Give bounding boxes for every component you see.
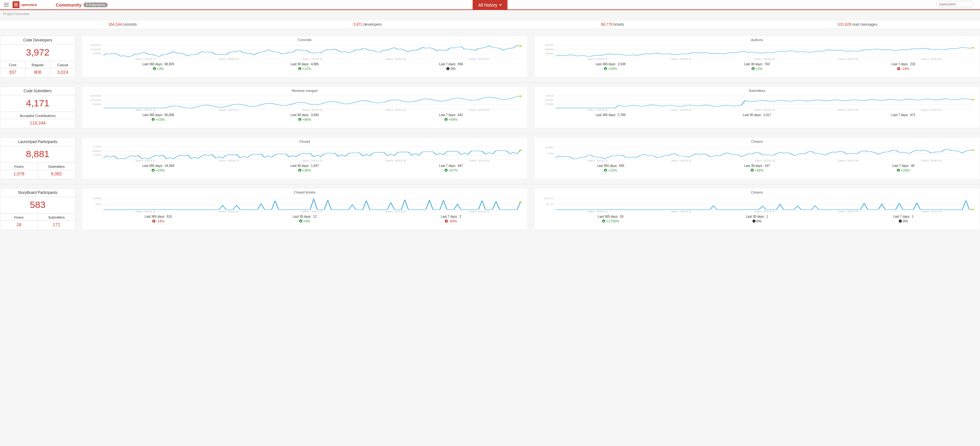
metric-value: 2,789 bbox=[618, 113, 625, 117]
svg-text:500: 500 bbox=[92, 52, 101, 55]
summary-label: tickets bbox=[613, 22, 624, 27]
stat-subcell[interactable]: Submitters172 bbox=[38, 214, 75, 230]
arrow-up-icon: ▲ bbox=[152, 169, 155, 172]
stat-title[interactable]: Code Developers bbox=[0, 36, 75, 44]
chart-metrics-row: Last 365 days: 14,304▲+29%Last 30 days: … bbox=[85, 162, 524, 172]
chart-metric: Last 7 days: 232▼-18% bbox=[830, 62, 977, 71]
history-filter-dropdown[interactable]: All history bbox=[473, 0, 508, 10]
summary-item[interactable]: 68,779tickets bbox=[490, 21, 735, 29]
chart-title: Authors bbox=[538, 38, 977, 42]
stat-card: Launchpad Participants8,881Fixers1,078Su… bbox=[0, 137, 75, 179]
chart-card: Closed tickets50100Jan 2011Jan 2012Jan 2… bbox=[82, 188, 528, 230]
stat-title[interactable]: StoryBoard Participants bbox=[0, 189, 75, 197]
svg-text:Jan 2012: Jan 2012 bbox=[670, 58, 691, 60]
arrow-down-icon: ▼ bbox=[445, 219, 448, 223]
chart-metric: Last 365 days: 68,929▲+3% bbox=[85, 62, 231, 71]
stat-subcell[interactable]: Submitters6,082 bbox=[38, 163, 75, 179]
svg-text:Jan 2013: Jan 2013 bbox=[754, 211, 775, 213]
svg-text:Jan 2013: Jan 2013 bbox=[754, 58, 775, 60]
svg-text:250: 250 bbox=[545, 103, 554, 106]
summary-item[interactable]: 3,972developers bbox=[245, 21, 490, 29]
chart-metric: Last 7 days: 994–0% bbox=[378, 62, 524, 71]
stat-sub-row: Accepted Contributions119,244 bbox=[0, 112, 75, 128]
summary-value: 164,184 bbox=[108, 22, 122, 27]
brand-name[interactable]: openstack bbox=[21, 3, 37, 6]
stat-card: StoryBoard Participants583Fixers18Submit… bbox=[0, 188, 75, 230]
metric-delta: ▲+28% bbox=[684, 168, 830, 172]
metric-value: 1,017 bbox=[763, 113, 771, 117]
stat-sub-value: 119,244 bbox=[0, 119, 75, 125]
stat-subcell[interactable]: Fixers18 bbox=[0, 214, 38, 230]
svg-text:Jan 2015: Jan 2015 bbox=[468, 58, 489, 60]
metric-delta: ▲+2% bbox=[684, 67, 830, 71]
chart-metric: Last 365 days: 50,008▲+23% bbox=[85, 113, 231, 121]
chart-metric: Last 7 days: 1–0% bbox=[830, 214, 977, 223]
svg-text:Jan 2014: Jan 2014 bbox=[837, 109, 858, 111]
subprojects-badge[interactable]: 8 Subprojects bbox=[83, 3, 108, 7]
metric-label: Last 365 days: bbox=[143, 164, 163, 167]
metric-label: Last 365 days: bbox=[595, 113, 616, 117]
metric-delta: ▲+15% bbox=[538, 168, 684, 172]
stat-sub-label: Submitters bbox=[38, 164, 75, 170]
metric-delta: ▲+48% bbox=[231, 117, 378, 121]
chart-metric: Last 365 days: 515▼-14% bbox=[85, 214, 231, 223]
stat-subcell[interactable]: Regular806 bbox=[25, 61, 50, 77]
arrow-up-icon: ▲ bbox=[298, 67, 301, 70]
svg-text:Jan 2012: Jan 2012 bbox=[218, 109, 239, 111]
hamburger-menu-button[interactable] bbox=[0, 0, 13, 10]
history-filter-label: All history bbox=[478, 3, 498, 8]
chart-metric: Last 365 days: 2,538▲+26% bbox=[538, 62, 684, 71]
chart-title: Closers bbox=[538, 190, 977, 194]
metric-delta: –0% bbox=[830, 219, 977, 223]
svg-text:1500: 1500 bbox=[90, 44, 101, 46]
metric-delta: ▲+9% bbox=[231, 219, 378, 223]
metric-label: Last 365 days: bbox=[598, 215, 618, 218]
svg-text:Jan 2014: Jan 2014 bbox=[837, 211, 858, 213]
chart-title: Closed bbox=[85, 140, 524, 143]
stat-sub-row: Core337Regular806Casual3,024 bbox=[0, 61, 75, 77]
organization-search-input[interactable] bbox=[936, 1, 974, 7]
stat-subcell[interactable]: Fixers1,078 bbox=[0, 163, 38, 179]
stat-subcell[interactable]: Accepted Contributions119,244 bbox=[0, 112, 75, 128]
stat-subcell[interactable]: Core337 bbox=[0, 61, 25, 77]
chart-metric: Last 30 days: 4,905▲+12% bbox=[231, 62, 378, 71]
svg-text:Jan 2014: Jan 2014 bbox=[385, 58, 406, 60]
svg-text:Jan 2015: Jan 2015 bbox=[921, 58, 942, 60]
metric-value: 50,008 bbox=[164, 113, 174, 117]
chart-title: Closed tickets bbox=[85, 190, 524, 194]
community-link[interactable]: Community bbox=[56, 2, 82, 8]
stat-subcell[interactable]: Casual3,024 bbox=[50, 61, 75, 77]
summary-value: 101,629 bbox=[838, 22, 851, 27]
metric-label: Last 7 days: bbox=[439, 113, 456, 117]
summary-item[interactable]: 164,184commits bbox=[0, 21, 245, 29]
stat-big-value: 3,972 bbox=[0, 44, 75, 61]
breadcrumb: Project Overview bbox=[0, 10, 980, 21]
arrow-up-icon: ▲ bbox=[602, 219, 605, 223]
stat-title[interactable]: Launchpad Participants bbox=[0, 138, 75, 146]
metric-delta: ▼-18% bbox=[830, 67, 977, 71]
arrow-up-icon: ▲ bbox=[299, 219, 302, 223]
chart-metrics-row: Last 365 days: 18▲+1700%Last 30 days: 1–… bbox=[538, 213, 977, 223]
openstack-logo-icon[interactable] bbox=[13, 1, 19, 8]
chart-title: Submitters bbox=[538, 89, 977, 92]
metric-delta: –0% bbox=[378, 67, 524, 71]
top-navbar: openstack Community 8 Subprojects All hi… bbox=[0, 0, 980, 10]
stat-title[interactable]: Code Submitters bbox=[0, 87, 75, 95]
metric-label: Last 30 days: bbox=[291, 164, 309, 167]
svg-text:Jan 2014: Jan 2014 bbox=[385, 160, 406, 162]
metric-label: Last 30 days: bbox=[293, 215, 312, 218]
chart-card: Commits50010001500Jan 2011Jan 2012Jan 20… bbox=[82, 36, 528, 78]
arrow-up-icon: ▲ bbox=[897, 169, 900, 172]
chart-card: Closers50100Jan 2011Jan 2012Jan 2013Jan … bbox=[534, 137, 980, 179]
svg-text:Jan 2013: Jan 2013 bbox=[754, 109, 775, 111]
summary-value: 68,779 bbox=[601, 22, 612, 27]
svg-text:Jan 2011: Jan 2011 bbox=[135, 160, 156, 162]
arrow-up-icon: ▲ bbox=[152, 118, 155, 121]
arrow-up-icon: ▲ bbox=[604, 67, 607, 70]
metric-value: 232 bbox=[910, 62, 915, 66]
svg-text:100: 100 bbox=[545, 146, 554, 149]
metric-value: 1 bbox=[766, 215, 768, 218]
metric-value: 48 bbox=[911, 164, 915, 167]
metric-label: Last 7 days: bbox=[893, 215, 910, 218]
summary-item[interactable]: 101,629mail messages bbox=[735, 21, 980, 29]
